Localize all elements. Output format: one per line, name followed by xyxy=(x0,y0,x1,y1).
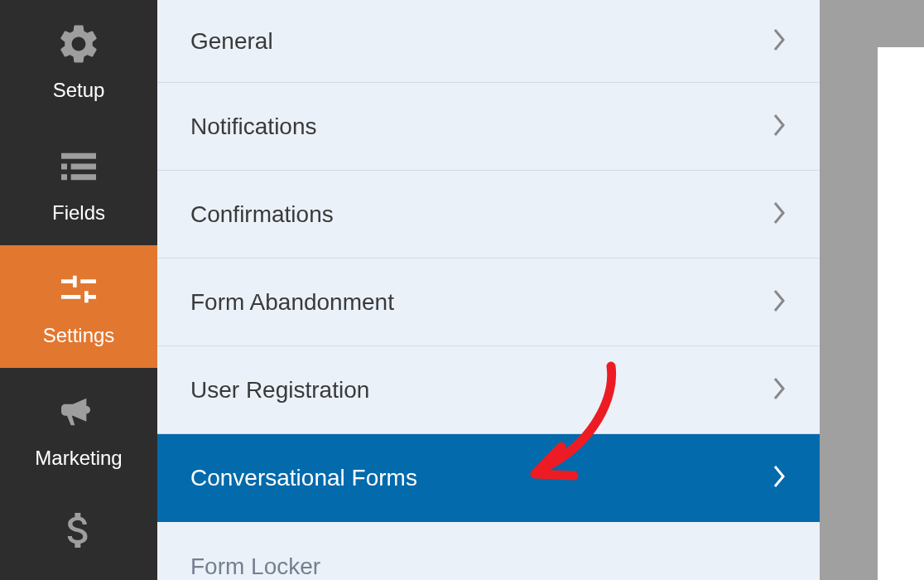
chevron-right-icon xyxy=(773,28,787,55)
sidebar-item-label: Marketing xyxy=(35,447,122,470)
settings-panel: General Notifications Confirmations Form… xyxy=(157,0,820,580)
sidebar-item-label: Settings xyxy=(43,324,115,347)
sidebar-item-marketing[interactable]: Marketing xyxy=(0,368,157,491)
sidebar-item-setup[interactable]: Setup xyxy=(0,0,157,123)
settings-row-label: Form Locker xyxy=(190,553,320,580)
chevron-right-icon xyxy=(773,114,787,140)
sidebar-item-payments[interactable] xyxy=(0,491,157,565)
content-background xyxy=(878,47,924,580)
sidebar-item-label: Setup xyxy=(53,79,105,102)
sidebar-item-label: Fields xyxy=(52,201,105,225)
settings-row-form-abandonment[interactable]: Form Abandonment xyxy=(157,259,820,346)
sidebar-item-settings[interactable]: Settings xyxy=(0,245,157,368)
settings-row-label: Conversational Forms xyxy=(190,465,417,491)
sidebar-item-fields[interactable]: Fields xyxy=(0,123,157,245)
chevron-right-icon xyxy=(773,377,787,404)
sidebar: Setup Fields Settings Marketing xyxy=(0,0,157,580)
settings-row-confirmations[interactable]: Confirmations xyxy=(157,171,820,259)
settings-row-label: General xyxy=(190,28,273,55)
settings-row-user-registration[interactable]: User Registration xyxy=(157,346,820,434)
settings-row-label: Confirmations xyxy=(190,201,334,228)
settings-row-label: Notifications xyxy=(190,114,317,140)
chevron-right-icon xyxy=(773,201,787,228)
chevron-right-icon xyxy=(773,289,787,316)
dollar-icon xyxy=(55,507,102,553)
list-icon xyxy=(55,143,102,190)
settings-row-form-locker[interactable]: Form Locker xyxy=(157,522,820,580)
settings-row-label: Form Abandonment xyxy=(190,289,394,316)
settings-row-notifications[interactable]: Notifications xyxy=(157,83,820,171)
chevron-right-icon xyxy=(773,465,787,491)
sliders-icon xyxy=(55,266,102,312)
gear-icon xyxy=(55,21,102,67)
settings-row-label: User Registration xyxy=(190,377,369,404)
background-strip xyxy=(820,0,924,580)
settings-row-conversational-forms[interactable]: Conversational Forms xyxy=(157,434,820,522)
settings-row-general[interactable]: General xyxy=(157,0,820,83)
bullhorn-icon xyxy=(55,389,102,435)
